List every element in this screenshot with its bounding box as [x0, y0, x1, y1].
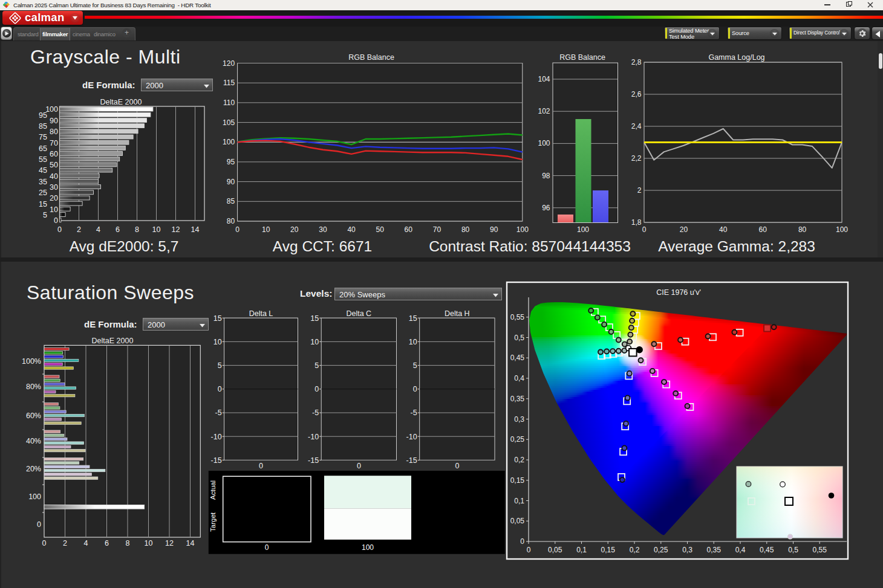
- svg-text:100: 100: [45, 105, 58, 114]
- svg-text:2,6: 2,6: [631, 90, 642, 99]
- svg-text:10: 10: [152, 225, 161, 234]
- svg-text:6: 6: [116, 225, 120, 234]
- svg-text:8: 8: [135, 225, 139, 234]
- svg-text:75: 75: [39, 133, 47, 141]
- svg-text:25: 25: [39, 189, 47, 197]
- svg-text:60%: 60%: [26, 412, 41, 420]
- svg-text:0: 0: [642, 225, 647, 234]
- svg-text:90: 90: [227, 178, 235, 186]
- svg-text:15: 15: [409, 314, 417, 323]
- svg-text:DeltaE 2000: DeltaE 2000: [100, 98, 142, 106]
- svg-text:0,1: 0,1: [576, 546, 587, 554]
- svg-text:2: 2: [637, 186, 642, 195]
- svg-text:0,5: 0,5: [788, 546, 798, 554]
- svg-text:8: 8: [126, 539, 130, 548]
- svg-text:115: 115: [223, 79, 235, 87]
- svg-text:0: 0: [37, 520, 41, 529]
- svg-text:10: 10: [409, 338, 417, 346]
- svg-text:0,2: 0,2: [630, 546, 640, 554]
- svg-text:45: 45: [39, 166, 47, 175]
- svg-text:80: 80: [227, 217, 235, 225]
- svg-text:90: 90: [490, 225, 498, 234]
- svg-text:0,45: 0,45: [760, 546, 774, 554]
- svg-text:Delta H: Delta H: [445, 309, 470, 318]
- svg-text:0,15: 0,15: [510, 476, 525, 485]
- svg-text:1,8: 1,8: [631, 218, 642, 227]
- svg-text:Target: Target: [209, 512, 217, 532]
- svg-text:0: 0: [42, 539, 47, 548]
- svg-text:0,35: 0,35: [510, 395, 525, 403]
- svg-text:100: 100: [538, 139, 550, 147]
- svg-text:5: 5: [413, 361, 417, 370]
- svg-text:100: 100: [516, 225, 529, 234]
- svg-text:98: 98: [542, 172, 550, 180]
- svg-text:95: 95: [227, 158, 235, 166]
- svg-text:-15: -15: [211, 456, 222, 465]
- svg-text:0,4: 0,4: [514, 374, 524, 383]
- svg-text:0,55: 0,55: [510, 313, 525, 321]
- svg-text:2: 2: [63, 539, 67, 548]
- svg-text:0: 0: [54, 216, 58, 225]
- svg-text:102: 102: [538, 107, 550, 115]
- svg-text:100%: 100%: [22, 357, 41, 366]
- svg-text:4: 4: [96, 225, 100, 234]
- svg-text:0,5: 0,5: [514, 334, 524, 342]
- svg-text:50: 50: [50, 161, 58, 169]
- svg-text:0,2: 0,2: [514, 456, 524, 464]
- svg-text:15: 15: [213, 314, 222, 323]
- svg-text:10: 10: [145, 539, 153, 548]
- svg-text:0: 0: [57, 225, 62, 234]
- svg-text:80: 80: [798, 225, 807, 234]
- svg-text:Actual: Actual: [209, 480, 217, 500]
- svg-text:2,8: 2,8: [631, 58, 642, 66]
- svg-text:110: 110: [223, 99, 235, 107]
- svg-text:0: 0: [520, 537, 524, 546]
- svg-text:Gamma Log/Log: Gamma Log/Log: [708, 53, 764, 62]
- svg-text:70: 70: [433, 225, 442, 234]
- svg-text:5: 5: [43, 211, 47, 219]
- svg-text:0: 0: [259, 462, 263, 470]
- svg-text:-10: -10: [308, 433, 319, 441]
- svg-text:120: 120: [223, 59, 235, 68]
- svg-text:90: 90: [50, 117, 58, 125]
- svg-text:0,3: 0,3: [514, 415, 524, 424]
- svg-text:100: 100: [362, 543, 374, 552]
- svg-text:-10: -10: [406, 433, 417, 441]
- svg-text:40%: 40%: [26, 437, 41, 445]
- svg-text:0,25: 0,25: [510, 435, 525, 444]
- svg-text:20: 20: [680, 225, 688, 234]
- svg-text:96: 96: [542, 204, 550, 212]
- svg-text:0: 0: [314, 385, 319, 393]
- svg-text:40: 40: [719, 225, 728, 234]
- svg-text:80%: 80%: [26, 383, 41, 391]
- svg-text:12: 12: [172, 225, 180, 234]
- svg-text:0,45: 0,45: [510, 354, 525, 362]
- svg-text:-5: -5: [215, 409, 221, 417]
- svg-text:35: 35: [39, 178, 47, 186]
- svg-text:55: 55: [39, 155, 47, 164]
- svg-text:80: 80: [461, 225, 470, 234]
- svg-text:2,4: 2,4: [631, 122, 642, 131]
- svg-text:60: 60: [759, 225, 767, 234]
- svg-text:2,2: 2,2: [631, 154, 642, 163]
- svg-text:95: 95: [39, 111, 47, 120]
- svg-text:14: 14: [186, 539, 195, 548]
- svg-text:10: 10: [310, 338, 319, 346]
- svg-text:30: 30: [50, 183, 58, 192]
- svg-text:105: 105: [223, 118, 235, 127]
- svg-text:100: 100: [577, 225, 589, 234]
- svg-text:6: 6: [105, 539, 109, 548]
- svg-text:60: 60: [405, 225, 413, 234]
- svg-text:0,55: 0,55: [813, 546, 827, 554]
- svg-text:10: 10: [213, 338, 222, 346]
- svg-text:100: 100: [28, 493, 41, 501]
- svg-text:40: 40: [50, 172, 58, 181]
- svg-text:20: 20: [290, 225, 299, 234]
- svg-text:4: 4: [84, 539, 88, 548]
- svg-text:0: 0: [265, 543, 269, 552]
- svg-text:100: 100: [223, 138, 235, 146]
- svg-text:-15: -15: [308, 456, 319, 465]
- svg-text:0: 0: [527, 546, 531, 554]
- svg-text:12: 12: [165, 539, 174, 548]
- svg-text:15: 15: [310, 314, 319, 323]
